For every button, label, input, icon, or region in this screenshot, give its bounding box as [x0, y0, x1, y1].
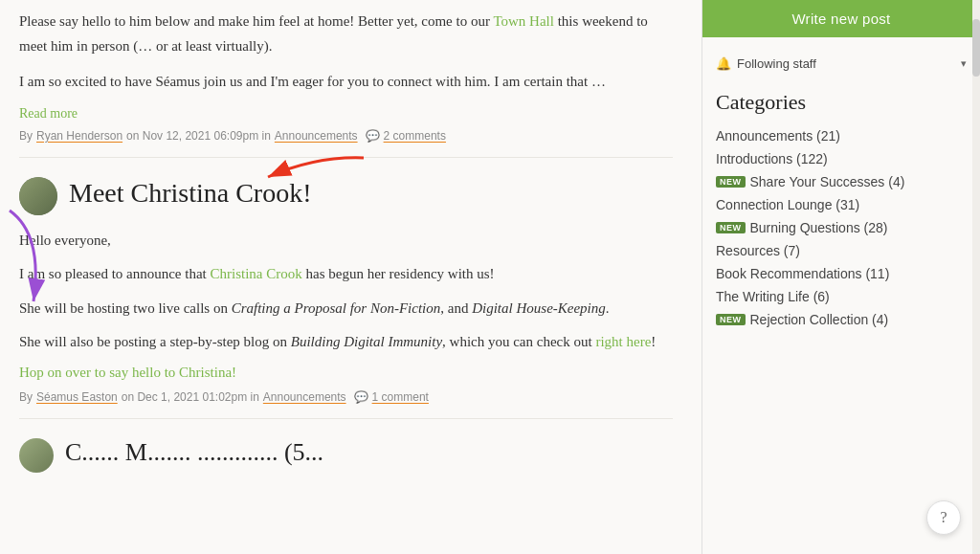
intro-text-before-link: Please say hello to him below and make h…: [19, 13, 493, 29]
post-body-p4: She will also be posting a step-by-step …: [19, 330, 673, 355]
meta-author-link-1[interactable]: Ryan Henderson: [36, 129, 122, 143]
p4-mid: , which you can check out: [442, 334, 595, 349]
hop-link[interactable]: Hop on over to say hello to Christina!: [19, 365, 673, 381]
category-label: Share Your Successes (4): [750, 174, 905, 189]
category-item-announcements[interactable]: Announcements (21): [716, 124, 967, 147]
category-item-burning-questions[interactable]: NEW Burning Questions (28): [716, 216, 967, 239]
scrollbar[interactable]: [972, 0, 980, 554]
post-title-2: Meet Christina Crook!: [69, 177, 312, 210]
comment-icon-1: 💬: [366, 129, 380, 143]
bell-icon: 🔔: [716, 56, 731, 71]
help-button[interactable]: ?: [926, 500, 961, 535]
write-new-post-button[interactable]: Write new post: [702, 0, 980, 37]
meta-author-link-2[interactable]: Séamus Easton: [36, 390, 118, 404]
category-item-resources[interactable]: Resources (7): [716, 239, 967, 262]
category-item-writing-life[interactable]: The Writing Life (6): [716, 285, 967, 308]
p2-pre: I am so pleased to announce that: [19, 266, 211, 281]
post-meta-2: By Séamus Easton on Dec 1, 2021 01:02pm …: [19, 390, 673, 404]
following-label: Following staff: [737, 56, 816, 71]
p3-italic1: Crafting a Proposal for Non-Fiction: [232, 300, 441, 316]
chevron-down-icon[interactable]: ▾: [961, 57, 967, 70]
category-item-connection-lounge[interactable]: Connection Lounge (31): [716, 193, 967, 216]
post-body-p1: Hello everyone,: [19, 229, 673, 254]
meta-by-label: By: [19, 129, 33, 143]
post-section-1: Please say hello to him below and make h…: [19, 10, 673, 158]
p4-end: !: [651, 334, 656, 349]
meta-category-link-2[interactable]: Announcements: [263, 390, 346, 404]
following-left: 🔔 Following staff: [716, 56, 816, 71]
comment-icon-2: 💬: [354, 390, 368, 404]
meta-comments-link-2[interactable]: 1 comment: [372, 390, 429, 404]
main-content: Please say hello to him below and make h…: [0, 0, 702, 554]
meta-category-link-1[interactable]: Announcements: [275, 129, 358, 143]
right-here-link[interactable]: right here: [595, 334, 651, 349]
new-badge: NEW: [716, 176, 746, 188]
p3-pre: She will be hosting two live calls on: [19, 300, 232, 316]
sidebar: Write new post 🔔 Following staff ▾ Categ…: [702, 0, 980, 554]
p3-mid: , and: [440, 300, 472, 316]
p4-pre: She will also be posting a step-by-step …: [19, 334, 291, 349]
avatar-3: [19, 438, 54, 473]
scrollbar-thumb[interactable]: [972, 19, 980, 77]
p3-end: .: [606, 300, 610, 316]
category-label: Resources (7): [716, 243, 800, 258]
avatar-2: [19, 177, 57, 215]
following-section[interactable]: 🔔 Following staff ▾: [702, 51, 980, 77]
post-intro-paragraph-1: Please say hello to him below and make h…: [19, 10, 673, 58]
post-header-2: Meet Christina Crook!: [19, 177, 673, 215]
category-label: Rejection Collection (4): [750, 312, 889, 327]
post-body-p2: I am so pleased to announce that Christi…: [19, 262, 673, 287]
categories-title: Categories: [702, 90, 980, 115]
category-list: Announcements (21) Introductions (122) N…: [702, 124, 980, 331]
post-meta-1: By Ryan Henderson on Nov 12, 2021 06:09p…: [19, 129, 673, 143]
category-item-introductions[interactable]: Introductions (122): [716, 147, 967, 170]
category-label: Book Recommendations (11): [716, 266, 889, 281]
new-badge: NEW: [716, 314, 746, 325]
category-item-rejection-collection[interactable]: NEW Rejection Collection (4): [716, 308, 967, 331]
meta-comments-link-1[interactable]: 2 comments: [384, 129, 446, 143]
category-label: Burning Questions (28): [750, 220, 888, 235]
meta-by-label-2: By: [19, 390, 33, 404]
post-intro-paragraph-2: I am so excited to have Séamus join us a…: [19, 70, 673, 95]
category-item-share-successes[interactable]: NEW Share Your Successes (4): [716, 170, 967, 193]
p4-italic: Building Digital Immunity: [291, 334, 442, 349]
meta-date-1: on Nov 12, 2021 06:09pm in: [126, 129, 271, 143]
christina-crook-link[interactable]: Christina Crook: [211, 266, 302, 281]
read-more-link[interactable]: Read more: [19, 106, 673, 122]
post-body-p3: She will be hosting two live calls on Cr…: [19, 297, 673, 321]
post-title-3-partial: C...... M....... ............. (5...: [65, 438, 323, 467]
p3-italic2: Digital House-Keeping: [472, 300, 606, 316]
category-label: Introductions (122): [716, 151, 828, 166]
category-item-book-recommendations[interactable]: Book Recommendations (11): [716, 262, 967, 285]
category-label: Connection Lounge (31): [716, 197, 859, 212]
category-label: Announcements (21): [716, 128, 840, 144]
new-badge: NEW: [716, 222, 746, 233]
town-hall-link[interactable]: Town Hall: [493, 13, 554, 29]
category-label: The Writing Life (6): [716, 289, 830, 304]
post-section-3-preview: C...... M....... ............. (5...: [19, 438, 673, 473]
meta-date-2: on Dec 1, 2021 01:02pm in: [122, 390, 259, 404]
p2-post: has begun her residency with us!: [302, 266, 495, 281]
post-section-2: Meet Christina Crook! Hello everyone, I …: [19, 177, 673, 419]
